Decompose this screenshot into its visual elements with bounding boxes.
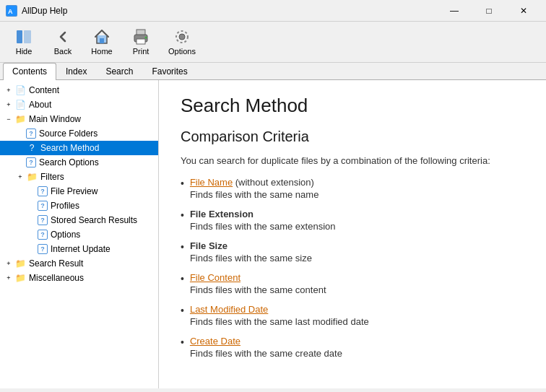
sidebar-item-source-folders[interactable]: · ? Source Folders [0, 126, 158, 141]
sidebar-item-search-result[interactable]: + 📁 Search Result [0, 256, 158, 271]
options2-label: Options [51, 230, 80, 240]
bullet-file-name: • [181, 178, 184, 189]
miscellaneous-icon: 📁 [14, 272, 26, 284]
tab-search[interactable]: Search [96, 63, 142, 79]
file-extension-desc: Finds files with the same extension [190, 221, 336, 232]
search-options-icon: ? [26, 157, 36, 167]
minimize-button[interactable]: — [438, 0, 471, 22]
create-date-desc: Finds files with the same create date [190, 348, 342, 359]
stored-icon: ? [38, 215, 48, 225]
expand-search-result[interactable]: + [3, 258, 14, 269]
options-label: Options [168, 47, 196, 56]
file-content-link[interactable]: File Content [190, 272, 240, 283]
svg-rect-4 [100, 38, 104, 43]
sidebar-item-miscellaneous[interactable]: + 📁 Miscellaneous [0, 271, 158, 285]
bullet-file-content: • [181, 273, 184, 284]
toolbar-home[interactable]: Home [84, 25, 120, 59]
bullet-file-size: • [181, 241, 184, 253]
expand-filters[interactable]: + [14, 171, 26, 183]
toolbar-back[interactable]: Back [45, 25, 81, 59]
last-modified-link[interactable]: Last Modified Date [190, 304, 268, 315]
expand-about[interactable]: + [3, 99, 14, 110]
window-title: AllDup Help [22, 6, 67, 16]
options2-icon: ? [38, 230, 48, 240]
criteria-list: • File Name (without extension) Finds fi… [181, 177, 524, 359]
bullet-file-extension: • [181, 209, 184, 221]
last-modified-heading: Last Modified Date [190, 304, 369, 315]
file-preview-icon: ? [38, 186, 48, 196]
search-result-icon: 📁 [14, 258, 26, 269]
source-folders-label: Source Folders [39, 129, 98, 139]
file-extension-bold: File Extension [190, 209, 254, 219]
sidebar-item-main-window[interactable]: − 📁 Main Window [0, 112, 158, 126]
back-label: Back [54, 47, 72, 56]
last-modified-content: Last Modified Date Finds files with the … [190, 304, 369, 327]
page-subtitle: Comparison Criteria [181, 129, 524, 145]
sidebar-item-file-preview[interactable]: · ? File Preview [0, 184, 158, 199]
sidebar-item-stored-search-results[interactable]: · ? Stored Search Results [0, 213, 158, 227]
sidebar-item-about[interactable]: + 📄 About [0, 97, 158, 112]
tab-contents[interactable]: Contents [3, 63, 56, 80]
expand-main-window[interactable]: − [3, 113, 14, 125]
search-method-icon: ? [26, 142, 38, 154]
app-icon: A [6, 5, 17, 17]
close-button[interactable]: ✕ [507, 0, 540, 22]
file-name-desc: Finds files with the same name [190, 189, 318, 200]
bullet-last-modified-date: • [181, 305, 184, 316]
about-label: About [29, 100, 51, 110]
sidebar: + 📄 Content + 📄 About − 📁 Main Window · … [0, 80, 159, 388]
svg-rect-7 [136, 39, 145, 44]
main-window-icon: 📁 [14, 113, 26, 125]
create-date-heading: Create Date [190, 336, 342, 347]
file-extension-content: File Extension Finds files with the same… [190, 209, 336, 232]
page-title: Search Method [181, 95, 524, 117]
title-bar-left: A AllDup Help [6, 5, 67, 17]
create-date-link[interactable]: Create Date [190, 336, 240, 347]
svg-rect-2 [17, 30, 22, 43]
options-icon [173, 28, 191, 45]
file-name-link[interactable]: File Name [190, 177, 233, 188]
profiles-label: Profiles [51, 201, 79, 211]
intro-text: You can search for duplicate files by a … [181, 154, 524, 168]
tab-favorites[interactable]: Favorites [142, 63, 196, 79]
home-label: Home [91, 47, 112, 56]
back-icon [54, 28, 72, 45]
sidebar-item-profiles[interactable]: · ? Profiles [0, 199, 158, 213]
filters-label: Filters [40, 172, 64, 182]
sidebar-item-search-method[interactable]: · ? Search Method [0, 141, 158, 155]
file-size-desc: Finds files with the same size [190, 253, 312, 263]
search-method-label: Search Method [40, 143, 99, 153]
hide-icon [15, 28, 32, 45]
miscellaneous-label: Miscellaneous [29, 273, 84, 283]
file-content-content: File Content Finds files with the same c… [190, 272, 326, 295]
sidebar-item-search-options[interactable]: · ? Search Options [0, 155, 158, 170]
search-result-label: Search Result [29, 258, 83, 269]
svg-point-8 [145, 37, 147, 39]
file-name-content: File Name (without extension) Finds file… [190, 177, 318, 200]
file-extension-heading: File Extension [190, 209, 336, 219]
sidebar-item-options[interactable]: · ? Options [0, 227, 158, 242]
expand-content[interactable]: + [3, 84, 14, 96]
toolbar-options[interactable]: Options [162, 25, 202, 59]
toolbar-print[interactable]: Print [123, 25, 159, 59]
profiles-icon: ? [38, 201, 48, 211]
sidebar-item-internet-update[interactable]: · ? Internet Update [0, 242, 158, 256]
sidebar-item-filters[interactable]: + 📁 Filters [0, 170, 158, 184]
sidebar-item-content[interactable]: + 📄 Content [0, 83, 158, 97]
toolbar-hide[interactable]: Hide [6, 25, 42, 59]
main-window-label: Main Window [29, 114, 81, 124]
file-size-content: File Size Finds files with the same size [190, 240, 312, 263]
content-area: Search Method Comparison Criteria You ca… [159, 80, 546, 388]
search-options-label: Search Options [39, 157, 99, 167]
list-item-last-modified-date: • Last Modified Date Finds files with th… [181, 304, 524, 327]
maximize-button[interactable]: □ [472, 0, 506, 22]
list-item-file-content: • File Content Finds files with the same… [181, 272, 524, 295]
list-item-file-size: • File Size Finds files with the same si… [181, 240, 524, 263]
content-label: Content [29, 85, 59, 95]
file-preview-label: File Preview [51, 186, 98, 196]
svg-rect-3 [24, 30, 31, 43]
tab-index[interactable]: Index [56, 63, 96, 79]
file-content-heading: File Content [190, 272, 326, 283]
last-modified-desc: Finds files with the same last modified … [190, 316, 369, 327]
expand-miscellaneous[interactable]: + [3, 272, 14, 284]
